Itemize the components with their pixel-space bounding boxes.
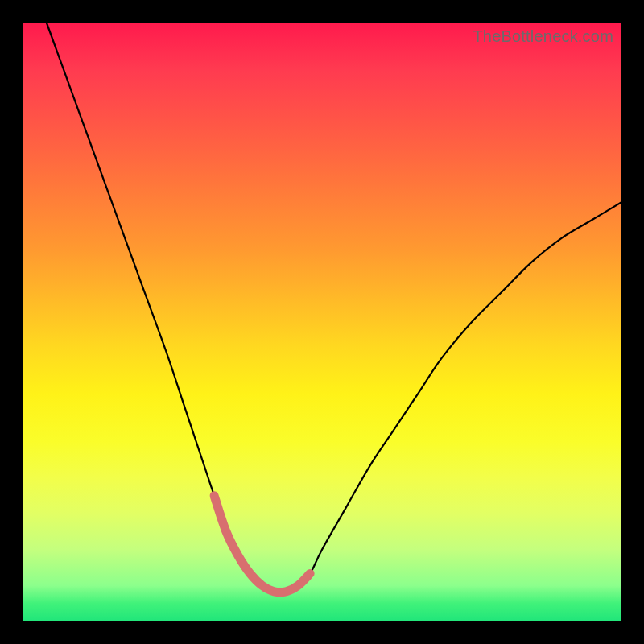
curve-svg — [23, 23, 621, 621]
chart-frame: TheBottleneck.com — [0, 0, 644, 644]
bottleneck-curve — [47, 23, 621, 592]
optimal-range-highlight — [214, 496, 310, 592]
plot-area: TheBottleneck.com — [23, 23, 621, 621]
